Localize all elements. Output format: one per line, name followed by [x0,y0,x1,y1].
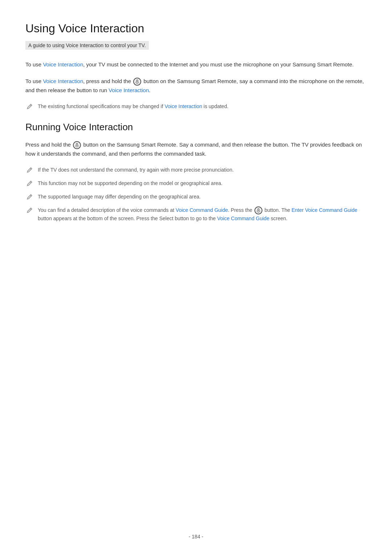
note-row-3: This function may not be supported depen… [25,179,367,188]
pencil-icon-5 [25,206,33,214]
subtitle-bar: A guide to using Voice Interaction to co… [25,41,149,50]
svg-rect-0 [136,79,138,82]
intro-p1-after: , your TV must be connected to the Inter… [83,61,354,67]
pencil-icon-3 [25,180,33,188]
voice-command-guide-link-2[interactable]: Voice Command Guide [217,216,269,221]
pencil-icon-4 [25,193,33,201]
mic-button-icon-2 [73,141,81,149]
mic-button-icon-3 [254,206,262,214]
voice-command-guide-link-1[interactable]: Voice Command Guide [176,207,228,213]
intro-p2-end: . [149,87,150,93]
note-row-1: The existing functional specifications m… [25,102,367,111]
page-title: Using Voice Interaction [25,22,367,35]
svg-rect-4 [258,209,259,211]
note-text-2: If the TV does not understand the comman… [38,166,367,174]
section2-paragraph: Press and hold the button on the Samsung… [25,140,367,159]
pencil-icon-2 [25,166,33,174]
note-row-5: You can find a detailed description of t… [25,206,367,223]
intro-p1-before: To use [25,61,43,67]
voice-interaction-link-3[interactable]: Voice Interaction [109,87,149,93]
intro-p2-middle: , press and hold the [83,78,132,84]
intro-p2-before: To use [25,78,43,84]
voice-interaction-link-note[interactable]: Voice Interaction [164,103,202,109]
note-text-3: This function may not be supported depen… [38,179,367,187]
note-row-4: The supported language may differ depend… [25,193,367,201]
mic-button-icon-1 [133,78,141,86]
note-text-1: The existing functional specifications m… [38,102,367,110]
intro-paragraph-1: To use Voice Interaction, your TV must b… [25,60,367,69]
page-footer: - 184 - [0,534,392,539]
intro-paragraph-2: To use Voice Interaction, press and hold… [25,77,367,95]
note-text-5: You can find a detailed description of t… [38,206,367,223]
voice-interaction-link-1[interactable]: Voice Interaction [43,61,83,67]
pencil-icon-1 [25,103,33,111]
s2-before-icon: Press and hold the [25,141,72,148]
svg-rect-2 [76,143,78,145]
section2-title: Running Voice Interaction [25,122,367,133]
voice-interaction-link-2[interactable]: Voice Interaction [43,78,83,84]
note-row-2: If the TV does not understand the comman… [25,166,367,174]
enter-voice-command-guide-link[interactable]: Enter Voice Command Guide [291,207,357,213]
note-text-4: The supported language may differ depend… [38,193,367,201]
